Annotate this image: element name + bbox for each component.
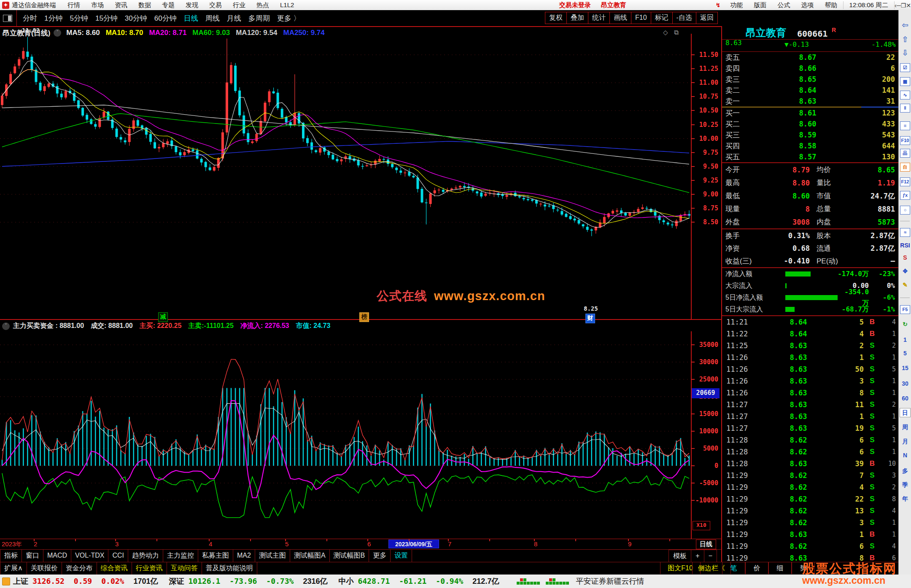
period-日线[interactable]: 日线: [182, 13, 200, 23]
tab-CCI[interactable]: CCI: [108, 550, 128, 562]
action--自选[interactable]: -自选: [673, 12, 696, 24]
trend-icon[interactable]: ∿: [900, 91, 910, 99]
order-icon[interactable]: ☑: [900, 63, 910, 72]
tab-MACD[interactable]: MACD: [43, 550, 71, 562]
strip-period-15[interactable]: 15: [900, 364, 911, 372]
tab-资金分布[interactable]: 资金分布: [62, 562, 97, 575]
menu-item-帮助[interactable]: 帮助: [819, 1, 843, 8]
period-月线[interactable]: 月线: [225, 13, 243, 23]
tab-VOL-TDX[interactable]: VOL-TDX: [71, 550, 108, 562]
period-分时[interactable]: 分时: [21, 13, 39, 23]
strip-period-年[interactable]: 年: [900, 494, 911, 503]
tab-指标[interactable]: 指标: [0, 550, 22, 562]
strip-period-季[interactable]: 季: [900, 481, 911, 489]
period-60分钟[interactable]: 60分钟: [153, 13, 178, 23]
sub-indicator-chart[interactable]: [0, 331, 721, 539]
ask-row[interactable]: 卖二8.64141: [722, 85, 898, 96]
maximize-button[interactable]: ❐: [901, 2, 906, 9]
tab-主力监控[interactable]: 主力监控: [163, 550, 198, 562]
close-button[interactable]: ✕: [906, 2, 911, 9]
relation-icon[interactable]: 品: [900, 149, 910, 158]
news-icon[interactable]: ≡: [900, 121, 910, 130]
ask-row[interactable]: 卖三8.65200: [722, 74, 898, 85]
ask-row[interactable]: 卖五8.6722: [722, 52, 898, 63]
menu-item-专题[interactable]: 专题: [156, 1, 180, 8]
tab-趋势动力[interactable]: 趋势动力: [128, 550, 163, 562]
tab-互动问答[interactable]: 互动问答: [167, 562, 202, 575]
layout-toggle-icon[interactable]: [3, 15, 12, 22]
ask-row[interactable]: 卖四8.666: [722, 63, 898, 74]
panel-tab-笔[interactable]: 笔: [722, 562, 745, 574]
menu-item-数据[interactable]: 数据: [133, 1, 156, 8]
menu-item-发现[interactable]: 发现: [180, 1, 204, 8]
bid-row[interactable]: 买一8.61123: [722, 107, 898, 118]
rsi-icon[interactable]: RSI: [900, 242, 910, 249]
tab-设置[interactable]: 设置: [391, 550, 412, 562]
menu-item-版面[interactable]: 版面: [749, 1, 772, 8]
menu-item-行业[interactable]: 行业: [227, 1, 251, 8]
ask-row[interactable]: 卖一8.6331: [722, 96, 898, 107]
bid-row[interactable]: 买四8.58644: [722, 140, 898, 151]
strip-period-周[interactable]: 周: [900, 423, 911, 431]
event-badge-财[interactable]: 财: [585, 314, 595, 323]
f5-icon[interactable]: F5: [900, 305, 910, 314]
tab-窗口[interactable]: 窗口: [22, 550, 43, 562]
event-badge-榜[interactable]: 榜: [359, 312, 369, 322]
quote-table-icon[interactable]: ▦: [900, 77, 910, 86]
menu-item-选项[interactable]: 选项: [796, 1, 819, 8]
menu-item-行情[interactable]: 行情: [62, 1, 86, 8]
tab-私募主图[interactable]: 私募主图: [198, 550, 233, 562]
strip-period-月[interactable]: 月: [900, 437, 911, 446]
tab-MA2[interactable]: MA2: [233, 550, 255, 562]
strip-period-多[interactable]: 多: [900, 467, 911, 475]
wave-icon[interactable]: ≈: [900, 228, 910, 237]
bid-row[interactable]: 买三8.59543: [722, 129, 898, 140]
button-−[interactable]: −: [704, 550, 717, 562]
strip-period-60[interactable]: 60: [900, 394, 911, 403]
minimize-button[interactable]: ─: [897, 2, 901, 9]
tab-测试幅图A[interactable]: 测试幅图A: [290, 550, 330, 562]
tab-测试主图[interactable]: 测试主图: [255, 550, 290, 562]
bid-row[interactable]: 买二8.60433: [722, 118, 898, 129]
kline-icon[interactable]: ‖: [900, 104, 910, 113]
f10-icon[interactable]: F10: [900, 136, 910, 145]
strip-period-5[interactable]: 5: [900, 349, 911, 357]
move-icon[interactable]: ✥: [900, 267, 910, 275]
tab-行业资讯[interactable]: 行业资讯: [132, 562, 167, 575]
action-统计[interactable]: 统计: [588, 12, 610, 24]
strip-period-日[interactable]: 日: [900, 408, 911, 417]
period-多周期[interactable]: 多周期: [247, 13, 272, 23]
event-badge-减[interactable]: 减: [158, 312, 168, 322]
index-quote-上证[interactable]: 上证3126.520.590.02%1701亿: [13, 577, 169, 585]
action-标记[interactable]: 标记: [651, 12, 673, 24]
action-复权[interactable]: 复权: [545, 12, 567, 24]
period-30分钟[interactable]: 30分钟: [123, 13, 149, 23]
period-5分钟[interactable]: 5分钟: [68, 13, 89, 23]
money-icon[interactable]: S: [900, 254, 910, 261]
back-icon[interactable]: ⇦: [900, 20, 910, 30]
action-画线[interactable]: 画线: [610, 12, 631, 24]
menu-item-热点[interactable]: 热点: [251, 1, 275, 8]
menu-item-公式[interactable]: 公式: [772, 1, 796, 8]
button-+[interactable]: +: [691, 550, 704, 562]
panel-tab-价[interactable]: 价: [745, 562, 768, 574]
strip-period-30[interactable]: 30: [900, 379, 911, 388]
refresh-icon[interactable]: ↻: [900, 320, 910, 328]
down-icon[interactable]: ⇩: [900, 48, 910, 57]
bid-row[interactable]: 买五8.57130: [722, 151, 898, 162]
tab-测试幅图B[interactable]: 测试幅图B: [330, 550, 369, 562]
panel-tab-细[interactable]: 细: [768, 562, 792, 574]
action-叠加[interactable]: 叠加: [567, 12, 588, 24]
up-icon[interactable]: ⇧: [900, 35, 910, 44]
index-quote-中小[interactable]: 中小6428.71-61.21-0.94%212.7亿: [338, 577, 510, 585]
formula-icon[interactable]: ƒx: [900, 191, 910, 200]
circle-icon[interactable]: ○: [900, 206, 910, 215]
tab-关联报价[interactable]: 关联报价: [27, 562, 62, 575]
period-1分钟[interactable]: 1分钟: [43, 13, 64, 23]
f12-icon[interactable]: F12: [900, 177, 910, 186]
action-F10[interactable]: F10: [631, 12, 651, 24]
menu-item-L1L2[interactable]: L1L2: [275, 1, 299, 8]
axis-period-button[interactable]: 日线: [696, 540, 716, 549]
menu-item-市场[interactable]: 市场: [86, 1, 109, 8]
login-status[interactable]: 交易未登录: [554, 1, 596, 9]
